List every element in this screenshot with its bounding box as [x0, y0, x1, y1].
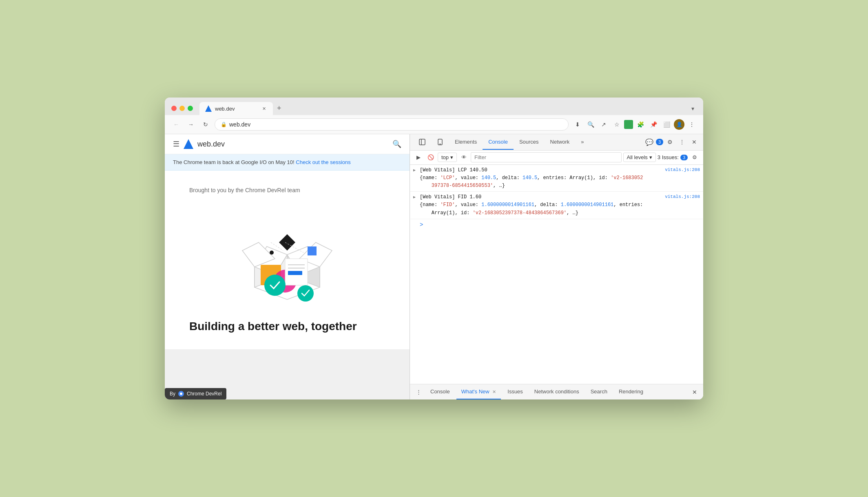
- tab-favicon: [205, 105, 212, 112]
- tab-inspect[interactable]: [413, 134, 431, 150]
- toolbar: ← → ↻ 🔒 web.dev ⬇ 🔍 ↗ ☆ 🧩 📌 ⬜ 👤 ⋮: [165, 115, 703, 134]
- dropdown-arrow: ▾: [450, 154, 453, 160]
- issues-label: 3 Issues:: [658, 154, 679, 160]
- svg-point-16: [264, 275, 286, 296]
- drawer-tab-close-icon[interactable]: ✕: [492, 389, 496, 394]
- devtools-tabs: Elements Console Sources Network » 💬 3 ⚙…: [410, 134, 703, 151]
- cast-icon[interactable]: ⬜: [661, 119, 672, 130]
- page-header: ☰ web.dev 🔍: [165, 134, 410, 154]
- active-tab[interactable]: web.dev ✕: [199, 102, 273, 115]
- source-link-fid[interactable]: vitals.js:208: [665, 193, 700, 201]
- console-line2-lcp: {name: 'LCP', value: 140.5, delta: 140.5…: [420, 174, 700, 190]
- announcement-text: The Chrome team is back at Google I/O on…: [173, 159, 294, 165]
- page-bottom-text: Building a better web, together: [173, 320, 401, 341]
- devtools-close-icon[interactable]: ✕: [689, 136, 700, 148]
- forward-button[interactable]: →: [185, 119, 197, 130]
- log-level-dropdown[interactable]: All levels ▾: [623, 153, 656, 162]
- announcement-link[interactable]: Check out the sessions: [296, 159, 350, 165]
- close-button[interactable]: [171, 106, 177, 111]
- extensions-icon[interactable]: 🧩: [635, 119, 646, 130]
- log-level-arrow: ▾: [649, 154, 652, 160]
- menu-icon[interactable]: ⋮: [686, 119, 698, 130]
- source-link-lcp[interactable]: vitals.js:208: [665, 166, 700, 174]
- issues-icon: 💬: [645, 138, 653, 146]
- minimize-button[interactable]: [179, 106, 185, 111]
- drawer-tab-console[interactable]: Console: [425, 384, 455, 399]
- svg-marker-10: [279, 234, 295, 251]
- traffic-lights: [171, 106, 193, 111]
- chrome-icon: [178, 390, 184, 397]
- tabs-bar: web.dev ✕ +: [199, 102, 686, 115]
- console-toolbar: ▶ 🚫 top ▾ 👁 All levels ▾ 3 Issues: 3 ⚙: [410, 151, 703, 165]
- maximize-button[interactable]: [188, 106, 193, 111]
- svg-rect-14: [288, 271, 302, 275]
- expand-arrow-lcp[interactable]: ▶: [413, 167, 416, 174]
- drawer-tab-issues[interactable]: Issues: [503, 384, 528, 399]
- svg-point-17: [297, 285, 314, 302]
- drawer-tab-rendering[interactable]: Rendering: [614, 384, 648, 399]
- bottom-tooltip: By Chrome DevRel: [165, 388, 226, 399]
- console-output: ▶ vitals.js:208 [Web Vitals] LCP 140.50 …: [410, 165, 703, 384]
- extension-green-icon[interactable]: [624, 120, 633, 129]
- devtools-more-icon[interactable]: ⋮: [676, 136, 688, 148]
- illustration: [173, 206, 401, 312]
- tab-network[interactable]: Network: [545, 135, 576, 150]
- main-area: ☰ web.dev 🔍 The Chrome team is back at G…: [165, 134, 703, 399]
- svg-rect-9: [308, 246, 317, 255]
- title-bar: web.dev ✕ + ▾: [165, 98, 703, 115]
- webdev-logo: [184, 139, 193, 149]
- tab-close-button[interactable]: ✕: [261, 105, 267, 112]
- svg-point-15: [270, 251, 274, 255]
- share-icon[interactable]: ↗: [598, 119, 609, 130]
- refresh-button[interactable]: ↻: [200, 119, 211, 130]
- brought-by-text: Brought to you by the Chrome DevRel team: [173, 187, 401, 193]
- expand-arrow-fid[interactable]: ▶: [413, 194, 416, 201]
- console-settings-icon[interactable]: ⚙: [689, 152, 700, 163]
- devtools-settings-icon[interactable]: ⚙: [664, 136, 675, 148]
- search-icon[interactable]: 🔍: [392, 140, 401, 149]
- pin-icon[interactable]: 📌: [648, 119, 659, 130]
- tab-console[interactable]: Console: [483, 135, 514, 150]
- issues-count-badge: 3 Issues: 3: [658, 154, 688, 160]
- inspect-icon: [419, 139, 425, 145]
- page-content: ☰ web.dev 🔍 The Chrome team is back at G…: [165, 134, 410, 349]
- console-line1-lcp: [Web Vitals] LCP 140.50: [420, 166, 700, 174]
- log-level-label: All levels: [627, 154, 648, 160]
- back-button[interactable]: ←: [170, 119, 182, 130]
- console-prompt[interactable]: >: [410, 219, 703, 231]
- star-icon[interactable]: ☆: [611, 119, 622, 130]
- page-wrapper: ☰ web.dev 🔍 The Chrome team is back at G…: [165, 134, 410, 399]
- hero-illustration: [222, 206, 352, 312]
- chevron-down-icon[interactable]: ▾: [689, 103, 697, 114]
- drawer-tab-network-conditions[interactable]: Network conditions: [529, 384, 584, 399]
- browser-window: web.dev ✕ + ▾ ← → ↻ 🔒 web.dev ⬇ 🔍 ↗ ☆ 🧩 …: [165, 98, 703, 399]
- drawer-tab-search[interactable]: Search: [586, 384, 612, 399]
- devtools-panel: Elements Console Sources Network » 💬 3 ⚙…: [410, 134, 703, 399]
- bottom-org-text: Chrome DevRel: [187, 391, 221, 397]
- tab-device[interactable]: [431, 134, 449, 150]
- tab-title: web.dev: [215, 106, 235, 112]
- console-entry-fid: ▶ vitals.js:208 [Web Vitals] FID 1.60 {n…: [410, 192, 703, 219]
- console-entry-lcp: ▶ vitals.js:208 [Web Vitals] LCP 140.50 …: [410, 165, 703, 192]
- drawer-menu-icon[interactable]: ⋮: [413, 387, 424, 397]
- new-tab-button[interactable]: +: [273, 102, 286, 115]
- console-line1-fid: [Web Vitals] FID 1.60: [420, 193, 700, 201]
- context-dropdown[interactable]: top ▾: [438, 153, 457, 162]
- address-bar[interactable]: 🔒 web.dev: [215, 118, 569, 131]
- tab-sources[interactable]: Sources: [514, 135, 545, 150]
- url-text: web.dev: [229, 121, 250, 128]
- avatar[interactable]: 👤: [674, 119, 684, 130]
- tab-elements[interactable]: Elements: [449, 135, 483, 150]
- hamburger-icon[interactable]: ☰: [173, 140, 179, 149]
- tab-more[interactable]: »: [575, 135, 589, 150]
- drawer-close-icon[interactable]: ✕: [689, 387, 700, 397]
- filter-input[interactable]: [471, 152, 621, 162]
- console-clear-button[interactable]: 🚫: [425, 152, 436, 163]
- console-line2-fid: {name: 'FID', value: 1.6000000014901161,…: [420, 201, 700, 217]
- bottom-drawer: ⋮ Console What's New ✕ Issues Network co…: [410, 384, 703, 399]
- download-icon[interactable]: ⬇: [572, 119, 583, 130]
- zoom-icon[interactable]: 🔍: [585, 119, 596, 130]
- eye-button[interactable]: 👁: [458, 152, 469, 163]
- console-play-button[interactable]: ▶: [413, 152, 424, 163]
- drawer-tab-whatsnew[interactable]: What's New ✕: [456, 384, 501, 399]
